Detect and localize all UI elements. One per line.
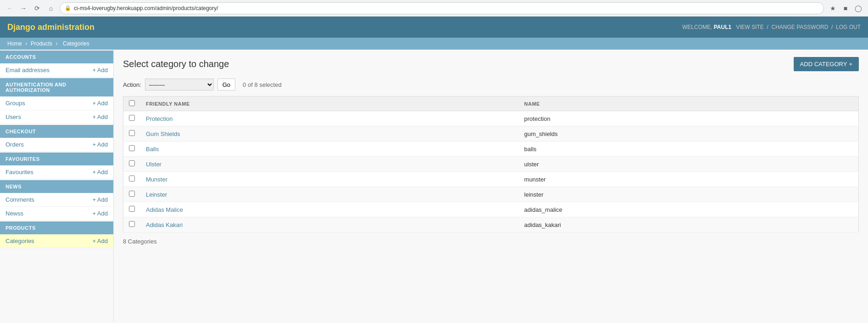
table-row: Adidas Kakariadidas_kakari [123, 217, 859, 232]
add-category-label: ADD CATEGORY [800, 61, 847, 68]
row-checkbox-cell [123, 157, 141, 172]
friendly-name-link[interactable]: Balls [146, 146, 159, 153]
url-text: ci-ms4-loverugby.herokuapp.com/admin/pro… [74, 5, 218, 11]
friendly-name-header[interactable]: FRIENDLY NAME [140, 96, 519, 111]
name-cell: balls [519, 142, 859, 157]
back-button[interactable]: ← [5, 3, 15, 13]
breadcrumb: Home › Products › Categories [0, 38, 868, 50]
action-label: Action: [123, 81, 141, 88]
action-select[interactable]: -------- [145, 79, 214, 91]
friendly-name-link[interactable]: Ulster [146, 161, 161, 168]
table-header-row: FRIENDLY NAME NAME [123, 96, 859, 111]
username: PAUL1 [714, 24, 731, 30]
sidebar-section-news: NEWS [0, 180, 113, 193]
sidebar-item-groups[interactable]: Groups + Add [0, 96, 113, 110]
row-checkbox-cell [123, 111, 141, 126]
breadcrumb-sep1: › [25, 40, 28, 47]
add-category-button[interactable]: ADD CATEGORY + [794, 57, 859, 71]
email-addresses-link[interactable]: Email addresses [6, 67, 50, 74]
email-addresses-add[interactable]: + Add [92, 67, 108, 74]
groups-link[interactable]: Groups [6, 100, 25, 107]
page-title: Select category to change [123, 59, 229, 69]
log-out-link[interactable]: LOG OUT [836, 24, 861, 30]
categories-add[interactable]: + Add [92, 238, 108, 244]
sidebar-item-email-addresses[interactable]: Email addresses + Add [0, 63, 113, 77]
favourites-link[interactable]: Favourites [6, 169, 33, 176]
name-header[interactable]: NAME [519, 96, 859, 111]
add-category-icon: + [849, 61, 852, 68]
home-button[interactable]: ⌂ [46, 3, 56, 13]
star-button[interactable]: ★ [828, 3, 838, 13]
friendly-name-link[interactable]: Adidas Kakari [146, 221, 183, 228]
sidebar-item-newss[interactable]: Newss + Add [0, 207, 113, 221]
row-checkbox[interactable] [129, 191, 135, 197]
content-area: Select category to change ADD CATEGORY +… [114, 50, 868, 322]
table-row: Munstermunster [123, 172, 859, 187]
breadcrumb-products[interactable]: Products [31, 40, 52, 47]
account-button[interactable]: ◯ [853, 3, 863, 13]
sidebar-item-users[interactable]: Users + Add [0, 110, 113, 124]
extensions-button[interactable]: ■ [840, 3, 851, 13]
row-checkbox[interactable] [129, 115, 135, 121]
sidebar-item-favourites[interactable]: Favourites + Add [0, 165, 113, 179]
friendly-name-link[interactable]: Leinster [146, 191, 167, 198]
change-password-link[interactable]: CHANGE PASSWORD [772, 24, 829, 30]
select-all-checkbox[interactable] [129, 100, 135, 106]
orders-link[interactable]: Orders [6, 141, 24, 148]
friendly-name-link[interactable]: Adidas Malice [146, 206, 183, 213]
friendly-name-link[interactable]: Munster [146, 176, 167, 183]
breadcrumb-home[interactable]: Home [7, 40, 22, 47]
table-row: Adidas Maliceadidas_malice [123, 202, 859, 217]
user-info: WELCOME, PAUL1 VIEW SITE / CHANGE PASSWO… [682, 24, 861, 30]
row-checkbox-cell [123, 217, 141, 232]
sidebar-item-comments[interactable]: Comments + Add [0, 193, 113, 207]
name-cell: munster [519, 172, 859, 187]
table-row: Protectionprotection [123, 111, 859, 126]
action-bar: Action: -------- Go 0 of 8 selected [123, 79, 859, 91]
row-checkbox[interactable] [129, 160, 135, 166]
page-header: Select category to change ADD CATEGORY + [123, 57, 859, 71]
browser-bar: ← → ⟳ ⌂ 🔒 ci-ms4-loverugby.herokuapp.com… [0, 0, 868, 17]
view-site-link[interactable]: VIEW SITE [736, 24, 764, 30]
reload-button[interactable]: ⟳ [32, 3, 42, 13]
name-cell: adidas_kakari [519, 217, 859, 232]
friendly-name-link[interactable]: Protection [146, 115, 173, 122]
sidebar-section-auth: AUTHENTICATION AND AUTHORIZATION [0, 78, 113, 96]
newss-link[interactable]: Newss [6, 210, 23, 217]
sidebar-item-orders[interactable]: Orders + Add [0, 138, 113, 152]
comments-add[interactable]: + Add [92, 196, 108, 203]
row-checkbox[interactable] [129, 176, 135, 181]
admin-header: Django administration WELCOME, PAUL1 VIE… [0, 17, 868, 38]
row-checkbox-cell [123, 142, 141, 157]
categories-count: 8 Categories [123, 238, 859, 245]
categories-link[interactable]: Categories [6, 238, 34, 244]
sidebar-section-checkout: CHECKOUT [0, 125, 113, 138]
categories-table: FRIENDLY NAME NAME ProtectionprotectionG… [123, 96, 859, 232]
table-row: Gum Shieldsgum_shields [123, 126, 859, 142]
users-add[interactable]: + Add [92, 113, 108, 120]
row-checkbox[interactable] [129, 206, 135, 212]
sidebar: ACCOUNTS Email addresses + Add AUTHENTIC… [0, 50, 114, 322]
friendly-name-cell: Adidas Kakari [140, 217, 519, 232]
orders-add[interactable]: + Add [92, 141, 108, 148]
users-link[interactable]: Users [6, 113, 21, 120]
comments-link[interactable]: Comments [6, 196, 34, 203]
row-checkbox[interactable] [129, 130, 135, 136]
name-cell: ulster [519, 157, 859, 172]
select-all-header [123, 96, 141, 111]
favourites-add[interactable]: + Add [92, 169, 108, 176]
url-bar[interactable]: 🔒 ci-ms4-loverugby.herokuapp.com/admin/p… [60, 2, 824, 14]
row-checkbox[interactable] [129, 221, 135, 227]
go-button[interactable]: Go [217, 79, 235, 91]
row-checkbox-cell [123, 126, 141, 142]
row-checkbox[interactable] [129, 145, 135, 151]
friendly-name-cell: Gum Shields [140, 126, 519, 142]
friendly-name-cell: Balls [140, 142, 519, 157]
sidebar-item-categories[interactable]: Categories + Add [0, 234, 113, 248]
selected-count: 0 of 8 selected [243, 81, 282, 88]
newss-add[interactable]: + Add [92, 210, 108, 217]
forward-button[interactable]: → [18, 3, 28, 13]
friendly-name-link[interactable]: Gum Shields [146, 130, 180, 137]
table-row: Ballsballs [123, 142, 859, 157]
groups-add[interactable]: + Add [92, 100, 108, 107]
